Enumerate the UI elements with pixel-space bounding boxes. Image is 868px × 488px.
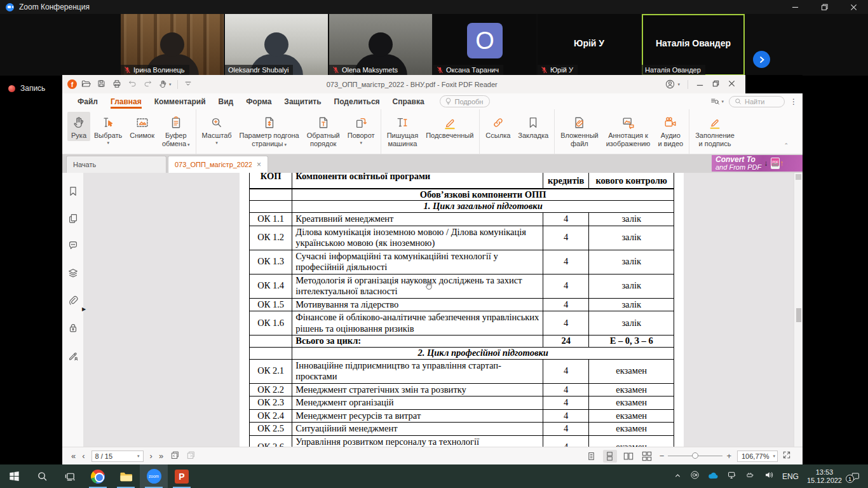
comments-panel-icon[interactable]	[66, 239, 80, 253]
toolbar-button-Аннотация к-изображению[interactable]: Аннотация кизображению	[602, 112, 654, 149]
convert-banner[interactable]: Convert Toand From PDF ↓ ↑	[712, 155, 803, 172]
toolbar-button-Параметр подгона-страницы[interactable]: Параметр подгонастраницы ▾	[236, 112, 303, 149]
menu-item-Справка[interactable]: Справка	[386, 95, 431, 109]
fullscreen-icon[interactable]	[782, 451, 791, 461]
clock[interactable]: 13:53 15.12.2022	[807, 468, 842, 485]
toolbar-button-Масштаб[interactable]: Масштаб▾	[198, 112, 236, 147]
previous-view-icon[interactable]	[170, 451, 179, 462]
document-tab[interactable]: 073_ОПП_магістр_2022 - ВН...×	[168, 156, 268, 173]
action-center-icon[interactable]: 1	[850, 471, 860, 481]
taskbar-app-zoom[interactable]: zoom	[140, 464, 168, 488]
participant-tile[interactable]: Olena Maksymets	[329, 14, 432, 76]
taskbar-app-chrome[interactable]	[84, 464, 112, 488]
onedrive-icon[interactable]	[708, 471, 719, 482]
toolbar-button-Подсвеченный[interactable]: Подсвеченный	[422, 112, 477, 141]
zoom-close-button[interactable]	[839, 0, 868, 14]
battery-icon[interactable]	[745, 471, 756, 482]
foxit-restore-button[interactable]	[712, 79, 720, 89]
menu-item-Главная[interactable]: Главная	[104, 95, 148, 109]
foxit-close-button[interactable]	[728, 79, 736, 89]
taskbar-app-powerpoint[interactable]: P	[168, 464, 196, 488]
security-panel-icon[interactable]	[66, 321, 80, 335]
bookmarks-panel-icon[interactable]	[66, 184, 80, 198]
page-number-input[interactable]: 8 / 15▾	[92, 451, 144, 462]
search-options-icon[interactable]: ▾	[710, 97, 724, 106]
foxit-minimize-button[interactable]	[696, 79, 704, 89]
tell-me-search[interactable]: Подробн	[440, 95, 491, 107]
participant-tile[interactable]: OОксана Таранич	[433, 14, 536, 76]
continuous-view-icon[interactable]	[603, 450, 617, 463]
taskbar-app-search[interactable]	[28, 464, 56, 488]
scrollbar-top-button[interactable]	[796, 174, 801, 180]
participant-tile[interactable]: Наталія ОвандерНаталія Овандер	[642, 14, 745, 76]
print-icon[interactable]	[112, 79, 122, 90]
toolbar-button-Снимок[interactable]: Снимок	[126, 112, 158, 141]
zoom-in-icon[interactable]: +	[726, 451, 731, 461]
zoom-maximize-button[interactable]	[810, 0, 839, 14]
zoom-slider-thumb[interactable]	[692, 452, 698, 459]
single-page-view-icon[interactable]	[585, 450, 599, 463]
toolbar-button-Ссылка[interactable]: Ссылка	[482, 112, 514, 141]
toolbar-button-Обратный-порядок[interactable]: Обратныйпорядок	[303, 112, 344, 149]
panel-expand-handle[interactable]: ▶	[82, 304, 88, 314]
first-page-button[interactable]: «	[71, 451, 76, 461]
taskbar-app-explorer[interactable]	[112, 464, 140, 488]
open-file-icon[interactable]	[81, 79, 91, 90]
zoom-level-input[interactable]: 106,77%▾	[737, 451, 778, 462]
language-indicator[interactable]: ENG	[782, 472, 799, 481]
redo-icon[interactable]	[143, 79, 153, 90]
toolbar-button-Рука[interactable]: Рука	[67, 112, 90, 141]
menu-item-Файл[interactable]: Файл	[71, 95, 104, 109]
menu-item-Форма[interactable]: Форма	[240, 95, 278, 109]
total-label-cell: Всього за цикл:	[292, 336, 543, 348]
zoom-slider[interactable]: − +	[660, 451, 731, 461]
customize-toolbar-icon[interactable]	[184, 79, 193, 90]
meet-now-icon[interactable]	[690, 470, 700, 482]
taskbar-app-start[interactable]	[0, 464, 28, 488]
signature-panel-icon[interactable]	[66, 348, 80, 362]
next-participants-button[interactable]	[753, 51, 770, 68]
participant-tile[interactable]: Ірина Волинець	[121, 14, 224, 76]
participant-tile[interactable]: Юрій УЮрій У	[538, 14, 641, 76]
last-page-button[interactable]: »	[159, 451, 163, 461]
collapse-ribbon-icon[interactable]: ⌃	[783, 142, 789, 149]
tray-show-hidden-icons[interactable]	[674, 471, 682, 482]
next-page-button[interactable]: ›	[150, 451, 153, 461]
scrollbar-thumb[interactable]	[796, 308, 801, 322]
toolbar-button-Поворот[interactable]: Поворот▾	[344, 112, 379, 147]
account-icon[interactable]: ▾	[665, 79, 680, 90]
document-tab[interactable]: Начать	[66, 156, 166, 173]
tab-close-icon[interactable]: ×	[257, 160, 261, 169]
menu-item-Вид[interactable]: Вид	[212, 95, 240, 109]
hand-tool-quick-icon[interactable]: ▾	[158, 79, 172, 89]
pdf-viewer[interactable]: КОПКомпоненти освітньої програмикредитів…	[84, 173, 794, 447]
zoom-out-icon[interactable]: −	[660, 451, 665, 461]
previous-page-button[interactable]: ‹	[82, 451, 85, 461]
facing-continuous-view-icon[interactable]	[640, 450, 654, 463]
participant-tile[interactable]: Oleksandr Shubalyi	[225, 14, 328, 76]
next-view-icon[interactable]	[186, 451, 195, 462]
vertical-scrollbar[interactable]	[794, 173, 803, 447]
menu-item-Защитить[interactable]: Защитить	[278, 95, 327, 109]
toolbar-button-Пишущая-машинка[interactable]: Пишущаямашинка	[383, 112, 423, 149]
menu-item-Поделиться[interactable]: Поделиться	[328, 95, 386, 109]
toolbar-button-Выбрать[interactable]: Выбрать▾	[90, 112, 126, 147]
toolbar-button-Аудио-и видео[interactable]: Аудиои видео	[654, 112, 687, 149]
volume-icon[interactable]	[764, 470, 774, 482]
toolbar-button-Заполнение-и подпись[interactable]: Заполнениеи подпись	[691, 112, 738, 149]
network-icon[interactable]	[727, 470, 737, 482]
more-options-icon[interactable]: ⋮	[790, 97, 797, 106]
pages-panel-icon[interactable]	[66, 212, 80, 226]
undo-icon[interactable]	[128, 79, 137, 90]
attachments-panel-icon[interactable]	[66, 294, 80, 308]
toolbar-button-Вложенный-файл[interactable]: Вложенныйфайл	[557, 112, 602, 149]
taskbar-app-task-view[interactable]	[56, 464, 84, 488]
save-icon[interactable]	[97, 79, 106, 90]
find-input[interactable]: Найти	[729, 96, 785, 107]
toolbar-button-Буфер-обмена[interactable]: Буферобмена ▾	[158, 112, 194, 149]
layers-panel-icon[interactable]	[66, 266, 80, 280]
facing-view-icon[interactable]	[621, 450, 635, 463]
menu-item-Комментарий[interactable]: Комментарий	[148, 95, 212, 109]
zoom-minimize-button[interactable]	[780, 0, 810, 14]
toolbar-button-Закладка[interactable]: Закладка	[514, 112, 552, 141]
